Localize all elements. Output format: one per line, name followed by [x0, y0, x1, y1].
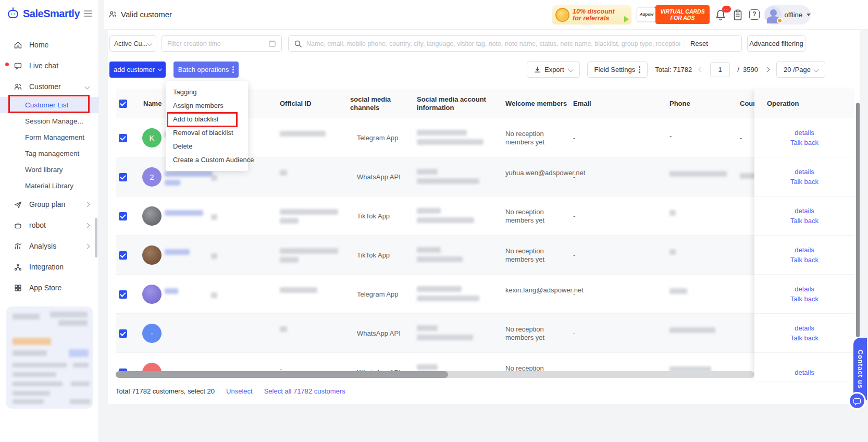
note-redacted: [211, 292, 217, 298]
email-value: -: [573, 212, 575, 220]
horizontal-scrollbar[interactable]: [116, 371, 754, 378]
select-all-checkbox[interactable]: [119, 100, 127, 108]
table-row[interactable]: - - WhatsApp API No reception members ye…: [116, 353, 754, 371]
redacted-text: [417, 256, 463, 262]
details-link[interactable]: details: [795, 324, 814, 332]
sidebar-item-form-management[interactable]: Form Management: [0, 129, 98, 145]
add-customer-button[interactable]: add customer: [109, 62, 166, 78]
row-checkbox[interactable]: [119, 251, 127, 260]
row-checkbox[interactable]: [119, 212, 127, 220]
sidebar-item-live-chat[interactable]: Live chat: [0, 55, 98, 76]
account-info-redacted: [417, 169, 495, 184]
menu-item-delete[interactable]: Delete: [166, 140, 248, 153]
customer-segment-select[interactable]: Active Cu...: [109, 35, 156, 52]
sidebar-item-customer-list[interactable]: Customer List: [0, 97, 98, 113]
horizontal-scrollbar-thumb[interactable]: [116, 371, 448, 378]
official-id-value: -: [280, 365, 348, 371]
sidebar-item-session-management[interactable]: Session Manage...: [0, 113, 98, 129]
redacted-text: [417, 286, 462, 292]
menu-item-tagging[interactable]: Tagging: [166, 85, 248, 99]
talk-back-link[interactable]: Talk back: [790, 217, 819, 225]
sidebar-item-robot[interactable]: robot: [0, 215, 98, 236]
contact-us-tab[interactable]: Contact us: [853, 338, 867, 400]
talk-back-link[interactable]: Talk back: [790, 295, 819, 303]
next-page-button[interactable]: [765, 67, 770, 72]
coin-icon: [555, 8, 569, 22]
talk-back-link[interactable]: Talk back: [790, 334, 819, 342]
col-channels: social media channels: [350, 95, 398, 112]
page-size-select[interactable]: 20 /Page: [776, 62, 825, 78]
user-menu[interactable]: offline: [764, 5, 811, 24]
field-settings-button[interactable]: Field Settings: [587, 62, 648, 78]
creation-time-filter[interactable]: Filter creation time: [162, 35, 282, 52]
sidebar-item-integration[interactable]: Integration: [0, 256, 98, 277]
referral-promo-banner[interactable]: 10% discountfor referrals: [552, 5, 631, 24]
sidebar-item-word-library[interactable]: Word library: [0, 162, 98, 178]
redacted-text: [165, 171, 213, 177]
clipboard-icon[interactable]: [733, 9, 743, 21]
search-input[interactable]: Name, email, mobile phone, country, city…: [288, 35, 742, 52]
row-checkbox[interactable]: [119, 329, 127, 338]
menu-collapse-icon[interactable]: [84, 9, 92, 18]
chat-icon: [14, 62, 22, 70]
select-all-link[interactable]: Select all 71782 customers: [264, 387, 345, 395]
row-checkbox[interactable]: [119, 134, 127, 142]
menu-item-removal-of-blacklist[interactable]: Removal of blacklist: [166, 126, 248, 140]
note-redacted: [211, 175, 217, 181]
col-email: Email: [573, 100, 591, 108]
details-link[interactable]: details: [795, 129, 814, 137]
advanced-filtering-button[interactable]: Advanced filtering: [747, 35, 805, 52]
sidebar-item-group-plan[interactable]: Group plan: [0, 194, 98, 215]
sidebar-scrollbar[interactable]: [95, 218, 97, 257]
sidebar-item-app-store[interactable]: App Store: [0, 277, 98, 298]
details-link[interactable]: details: [795, 168, 814, 176]
vertical-scrollbar[interactable]: [856, 103, 860, 337]
sidebar-item-tag-management[interactable]: Tag management: [0, 145, 98, 162]
channel-value: WhatsApp API: [357, 173, 401, 181]
talk-back-link[interactable]: Talk back: [790, 256, 819, 264]
page-input[interactable]: 1: [710, 62, 730, 77]
sidebar-item-analysis[interactable]: Analysis: [0, 236, 98, 256]
contact-chat-button[interactable]: [848, 392, 866, 410]
chevron-right-icon: [85, 223, 90, 228]
export-button[interactable]: Export: [527, 62, 580, 78]
talk-back-link[interactable]: Talk back: [790, 178, 819, 186]
redacted-text: [669, 366, 711, 371]
table-row[interactable]: TikTok App No reception members yet -: [116, 236, 754, 275]
sidebar-item-customer[interactable]: Customer: [0, 76, 98, 97]
batch-operations-button[interactable]: Batch operations: [173, 62, 239, 78]
help-icon[interactable]: ?: [749, 9, 760, 20]
redacted-text: [740, 173, 754, 179]
channel-value: Telegram App: [357, 290, 399, 298]
details-link[interactable]: details: [795, 246, 814, 254]
talk-back-link[interactable]: Talk back: [790, 139, 819, 146]
sidebar-item-home[interactable]: Home: [0, 34, 98, 55]
notification-badge: ...: [722, 6, 731, 13]
col-welcome: Welcome members: [505, 100, 567, 108]
menu-item-add-to-blacklist[interactable]: Add to blacklist: [166, 113, 248, 126]
operation-rows: detailsTalk backdetailsTalk backdetailsT…: [754, 118, 854, 381]
virtual-cards-banner[interactable]: VIRTUAL CARDS FOR ADS: [655, 5, 710, 24]
phone-value: -: [669, 132, 732, 140]
details-link[interactable]: details: [795, 369, 814, 376]
total-count: Total: 71782: [655, 66, 692, 73]
prev-page-button[interactable]: [699, 67, 704, 72]
account-info-redacted: [417, 247, 495, 262]
row-checkbox[interactable]: [119, 173, 127, 181]
menu-item-assign-members[interactable]: Assign members: [166, 99, 248, 113]
chevron-down-icon: [814, 67, 819, 72]
table-row[interactable]: TikTok App No reception members yet -: [116, 197, 754, 236]
official-id-value: [280, 287, 348, 293]
table-row[interactable]: - WhatsApp API No reception members yet …: [116, 314, 754, 353]
table-row[interactable]: Telegram App kexin.fang@adspower.net -: [116, 275, 754, 314]
adpow-badge[interactable]: Adpow: [637, 7, 656, 21]
redacted-text: [280, 287, 317, 293]
details-link[interactable]: details: [795, 207, 814, 215]
row-checkbox[interactable]: [119, 290, 127, 299]
valid-customer-icon: [108, 10, 117, 19]
reset-button[interactable]: Reset: [689, 40, 709, 47]
details-link[interactable]: details: [795, 285, 814, 293]
menu-item-create-custom-audience[interactable]: Create a Custom Audience: [166, 153, 248, 167]
unselect-link[interactable]: Unselect: [226, 387, 253, 395]
sidebar-item-material-library[interactable]: Material Library: [0, 178, 98, 194]
